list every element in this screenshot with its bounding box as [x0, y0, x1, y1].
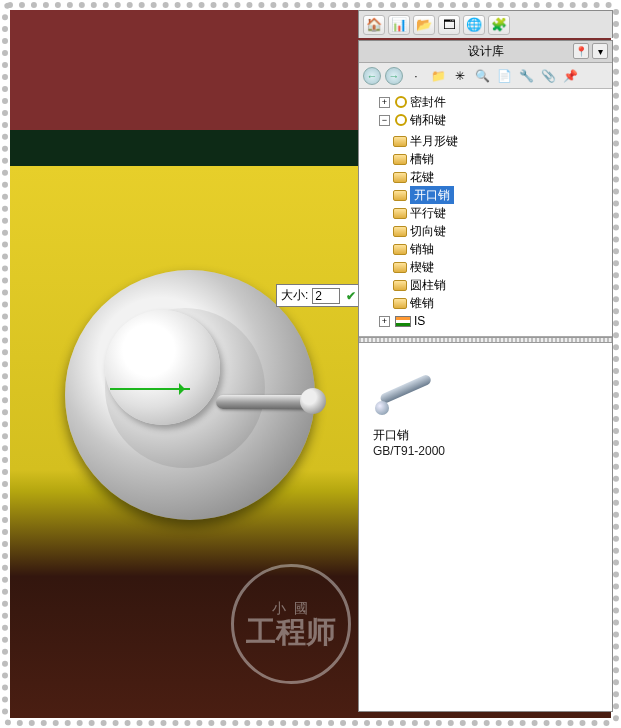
nav-back-icon[interactable]: ←: [363, 67, 381, 85]
folder-icon: [393, 226, 407, 237]
tree-leaf[interactable]: 楔键: [393, 258, 610, 276]
library-icon[interactable]: 📊: [388, 15, 410, 35]
tree-leaf[interactable]: 槽销: [393, 150, 610, 168]
tree-node-is[interactable]: + IS: [379, 312, 610, 330]
size-input-box: 大小: ✔: [276, 284, 361, 307]
cotter-pin-shaft: [216, 395, 311, 409]
gear-icon: [395, 114, 407, 126]
nav-attach-icon[interactable]: 📎: [539, 67, 557, 85]
panel-title-bar: 设计库 📍 ▾: [359, 41, 612, 63]
folder-icon: [393, 136, 407, 147]
tree-leaf-label: 销轴: [410, 240, 434, 258]
view-icon[interactable]: 🗔: [438, 15, 460, 35]
collapse-icon[interactable]: −: [379, 115, 390, 126]
folder-icon: [393, 172, 407, 183]
panel-title: 设计库: [468, 43, 504, 60]
nav-search-icon[interactable]: 🔍: [473, 67, 491, 85]
pushpin-icon[interactable]: 📍: [573, 43, 589, 59]
tree-leaf-label: 楔键: [410, 258, 434, 276]
tree-leaf-label: 半月形键: [410, 132, 458, 150]
tree-leaf[interactable]: 销轴: [393, 240, 610, 258]
folder-icon: [393, 154, 407, 165]
nav-page-icon[interactable]: 📄: [495, 67, 513, 85]
folder-icon: [393, 208, 407, 219]
size-input[interactable]: [312, 288, 340, 304]
folder-icon: [393, 298, 407, 309]
pin-eye-icon: [375, 401, 389, 415]
tree-leaf[interactable]: 花键: [393, 168, 610, 186]
folder-icon: [393, 280, 407, 291]
task-pane-tabs: 🏠 📊 📂 🗔 🌐 🧩: [358, 10, 613, 38]
part-thumbnail[interactable]: [373, 361, 443, 421]
menu-icon[interactable]: ▾: [592, 43, 608, 59]
tree-leaf[interactable]: 半月形键: [393, 132, 610, 150]
tree-leaf-label: 花键: [410, 168, 434, 186]
nav-pin-icon[interactable]: 📌: [561, 67, 579, 85]
tree-leaf[interactable]: 开口销: [393, 186, 610, 204]
open-folder-icon[interactable]: 📂: [413, 15, 435, 35]
size-label: 大小:: [281, 287, 308, 304]
nav-star-icon[interactable]: ✳: [451, 67, 469, 85]
expand-icon[interactable]: +: [379, 97, 390, 108]
expand-icon[interactable]: +: [379, 316, 390, 327]
confirm-check-icon[interactable]: ✔: [346, 289, 356, 303]
pin-body-icon: [379, 373, 432, 404]
library-preview-area[interactable]: 开口销 GB/T91-2000: [359, 343, 612, 711]
tree-leaf-label: 开口销: [410, 186, 454, 204]
nav-folder-icon[interactable]: 📁: [429, 67, 447, 85]
nav-config-icon[interactable]: 🔧: [517, 67, 535, 85]
folder-icon: [393, 262, 407, 273]
tree-leaf[interactable]: 平行键: [393, 204, 610, 222]
library-tree[interactable]: + 密封件 − 销和键 半月形键槽销花键开口销平行键切向键销轴楔键圆柱销锥销 +…: [359, 89, 612, 337]
nav-forward-icon[interactable]: →: [385, 67, 403, 85]
tree-leaf[interactable]: 圆柱销: [393, 276, 610, 294]
tree-leaf[interactable]: 锥销: [393, 294, 610, 312]
folder-icon: [393, 244, 407, 255]
india-flag-icon: [395, 316, 411, 327]
part-standard: GB/T91-2000: [373, 444, 602, 458]
folder-icon: [393, 190, 407, 201]
library-nav-bar: ← → · 📁 ✳ 🔍 📄 🔧 📎 📌: [359, 63, 612, 89]
tree-leaf[interactable]: 切向键: [393, 222, 610, 240]
tree-leaf-label: 锥销: [410, 294, 434, 312]
web-icon[interactable]: 🌐: [463, 15, 485, 35]
cotter-pin-head: [300, 388, 326, 414]
home-icon[interactable]: 🏠: [363, 15, 385, 35]
tree-node-seals[interactable]: + 密封件: [379, 93, 610, 111]
tree-leaf-label: 槽销: [410, 150, 434, 168]
tree-leaf-label: 圆柱销: [410, 276, 446, 294]
tree-leaf-label: 切向键: [410, 222, 446, 240]
tree-node-pins-and-keys[interactable]: − 销和键 半月形键槽销花键开口销平行键切向键销轴楔键圆柱销锥销: [379, 111, 610, 312]
nav-sep-icon: ·: [407, 67, 425, 85]
axis-arrow-icon: [110, 388, 190, 390]
gear-icon: [395, 96, 407, 108]
addin-icon[interactable]: 🧩: [488, 15, 510, 35]
part-name: 开口销: [373, 427, 602, 444]
tree-leaf-label: 平行键: [410, 204, 446, 222]
design-library-panel: 设计库 📍 ▾ ← → · 📁 ✳ 🔍 📄 🔧 📎 📌 + 密封件: [358, 40, 613, 712]
shaft-cap: [105, 310, 220, 425]
